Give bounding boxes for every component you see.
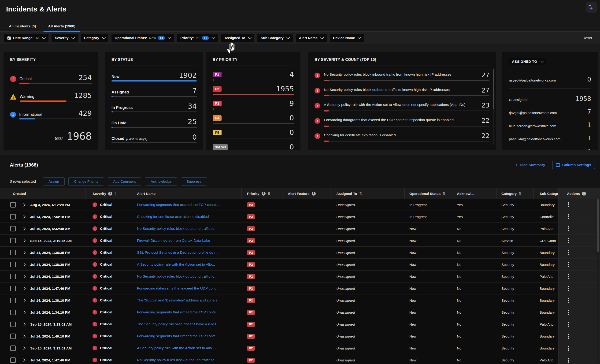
priority-summary-item[interactable]: P4 0 [213, 114, 294, 124]
scrollbar-thumb[interactable] [493, 69, 494, 109]
severity-summary-item[interactable]: Warning 1285 [10, 92, 92, 102]
top-alert-item[interactable]: No Security policy rules block inbound t… [315, 72, 489, 81]
status-summary-item[interactable]: New 1902 [112, 72, 197, 81]
row-checkbox[interactable] [10, 202, 16, 207]
sort-icon[interactable]: ⇅ [443, 191, 446, 196]
kebab-menu-icon[interactable] [568, 360, 569, 361]
alert-name-link[interactable]: A Security policy rule with the Action s… [137, 262, 215, 267]
alert-name-link[interactable]: The 'Source' and 'Destination' address a… [137, 298, 221, 302]
row-checkbox[interactable] [10, 262, 16, 267]
row-checkbox[interactable] [10, 322, 16, 327]
assignee-row[interactable]: pashukla@paloaltonetworks.com 1 [509, 135, 591, 141]
expand-chevron-icon[interactable] [22, 299, 26, 302]
priority-summary-item[interactable]: P5 0 [213, 129, 294, 139]
info-icon[interactable]: i [582, 192, 586, 196]
status-summary-item[interactable]: Closed (Last 30 days) 0 [112, 134, 197, 143]
column-header-priority[interactable]: Priority i ⇅ [242, 188, 282, 199]
alert-name-link[interactable]: Forwarding segments that exceed the TCP … [137, 310, 219, 314]
expand-chevron-icon[interactable] [22, 275, 26, 278]
expand-chevron-icon[interactable] [22, 334, 26, 338]
expand-chevron-icon[interactable] [22, 358, 26, 362]
row-checkbox[interactable] [10, 286, 16, 291]
kebab-menu-icon[interactable] [568, 324, 569, 325]
column-header-severity[interactable]: Severity i ↑ [85, 188, 131, 199]
kebab-menu-icon[interactable] [568, 204, 569, 205]
sort-icon[interactable]: ⇅ [268, 191, 271, 196]
kebab-menu-icon[interactable] [568, 240, 569, 241]
column-header-operational-status[interactable]: Operational Status ⇅ [405, 188, 451, 199]
hide-summary-button[interactable]: ↑ Hide Summary [516, 162, 545, 168]
alert-name-link[interactable]: Forwarding datagrams that exceed the UDP… [137, 286, 219, 290]
alert-name-link[interactable]: SSL Protocol Settings in a Decryption pr… [137, 250, 219, 255]
assignee-row[interactable]: viewer@pan-labs.net 1 [509, 148, 591, 150]
info-icon[interactable]: i [108, 192, 112, 196]
priority-summary-item[interactable]: Not Set 0 [213, 144, 294, 150]
filter-chip[interactable]: Operational Status: New +3 [112, 34, 174, 42]
column-header-alert-name[interactable]: Alert Name [131, 188, 242, 199]
expand-chevron-icon[interactable] [22, 310, 26, 314]
expand-chevron-icon[interactable] [22, 227, 26, 231]
expand-chevron-icon[interactable] [22, 215, 26, 219]
sort-ascending-icon[interactable]: ↑ [114, 191, 116, 196]
tab-all-incidents[interactable]: All Incidents (0) [3, 21, 42, 31]
filter-chip[interactable]: Assigned To [221, 34, 254, 42]
kebab-menu-icon[interactable] [568, 336, 569, 337]
status-summary-item[interactable]: Assigned 7 [112, 87, 197, 97]
top-alert-item[interactable]: No Security policy rules block outbound … [315, 87, 489, 96]
row-checkbox[interactable] [10, 274, 16, 279]
expand-chevron-icon[interactable] [22, 251, 26, 254]
expand-chevron-icon[interactable] [22, 239, 26, 243]
column-header-category[interactable]: Category ⇅ [497, 188, 534, 199]
top-alert-item[interactable]: Forwarding datagrams that exceed the UDP… [315, 117, 489, 126]
priority-summary-item[interactable]: P2 1955 [213, 85, 294, 95]
card-scrollbar[interactable] [493, 68, 494, 145]
filter-chip[interactable]: Sub Category [257, 34, 293, 42]
row-checkbox[interactable] [10, 214, 16, 219]
column-header-actions[interactable]: Actions i [558, 188, 600, 199]
filter-chip[interactable]: Priority: P1 +2 [177, 34, 218, 42]
filter-chip[interactable]: Device Name [330, 34, 364, 42]
expand-chevron-icon[interactable] [22, 203, 26, 207]
assigned-to-dropdown[interactable]: ASSIGNED TO [509, 58, 546, 65]
expand-chevron-icon[interactable] [22, 287, 26, 290]
row-checkbox[interactable] [10, 345, 16, 351]
reset-filters-button[interactable]: Reset [583, 36, 597, 40]
alert-name-link[interactable]: No Security policy rules block outbound … [137, 358, 217, 362]
severity-summary-item[interactable]: Informational 429 [10, 110, 92, 119]
row-checkbox[interactable] [10, 226, 16, 231]
row-checkbox[interactable] [10, 334, 16, 339]
top-alert-item[interactable]: Checking for certificate expiration is d… [315, 132, 489, 142]
alert-name-link[interactable]: No Security policy rules block outbound … [137, 274, 217, 279]
sort-icon[interactable]: ⇅ [519, 191, 522, 196]
bulk-action-button[interactable]: Suppress [181, 177, 207, 186]
filter-chip[interactable]: Category [81, 34, 108, 42]
kebab-menu-icon[interactable] [568, 264, 569, 265]
row-checkbox[interactable] [10, 238, 16, 243]
kebab-menu-icon[interactable] [568, 348, 569, 349]
bulk-action-button[interactable]: Add Comment [108, 177, 141, 186]
kebab-menu-icon[interactable] [568, 276, 569, 277]
row-checkbox[interactable] [10, 250, 16, 255]
info-icon[interactable]: i [312, 192, 316, 196]
alert-name-link[interactable]: No Security policy rules block outbound … [137, 226, 217, 231]
assignee-row[interactable]: nsyed@paloaltonetworks.com 0 [509, 76, 591, 83]
priority-summary-item[interactable]: P3 9 [213, 100, 294, 109]
alert-name-link[interactable]: Forwarding segments that exceed the TCP … [137, 203, 219, 207]
top-alert-item[interactable]: A Security policy rule with the Action s… [315, 102, 489, 111]
assignee-row[interactable]: blue-screen@crowdstrike.com 1 [509, 122, 591, 128]
column-header-assigned-to[interactable]: Assigned To ⇅ [330, 188, 405, 199]
alert-name-link[interactable]: A Security policy rule with the Action s… [137, 346, 215, 350]
alert-name-link[interactable]: Firewall Disconnected from Cortex Data L… [137, 238, 210, 243]
table-scrollbar[interactable] [597, 199, 599, 363]
alert-name-link[interactable]: Forwarding segments that exceed the TCP … [137, 334, 219, 338]
filter-chip[interactable]: Severity [52, 34, 77, 42]
expand-chevron-icon[interactable] [22, 322, 26, 326]
kebab-menu-icon[interactable] [568, 216, 569, 217]
row-checkbox[interactable] [10, 298, 16, 303]
row-checkbox[interactable] [10, 357, 16, 363]
column-header-alert-feature[interactable]: Alert Feature i [282, 188, 330, 199]
assignee-row[interactable]: rjavgal@paloaltonetworks.com 7 [509, 109, 591, 115]
row-checkbox[interactable] [10, 310, 16, 315]
kebab-menu-icon[interactable] [568, 228, 569, 229]
bulk-action-button[interactable]: Acknowledge [145, 177, 177, 186]
